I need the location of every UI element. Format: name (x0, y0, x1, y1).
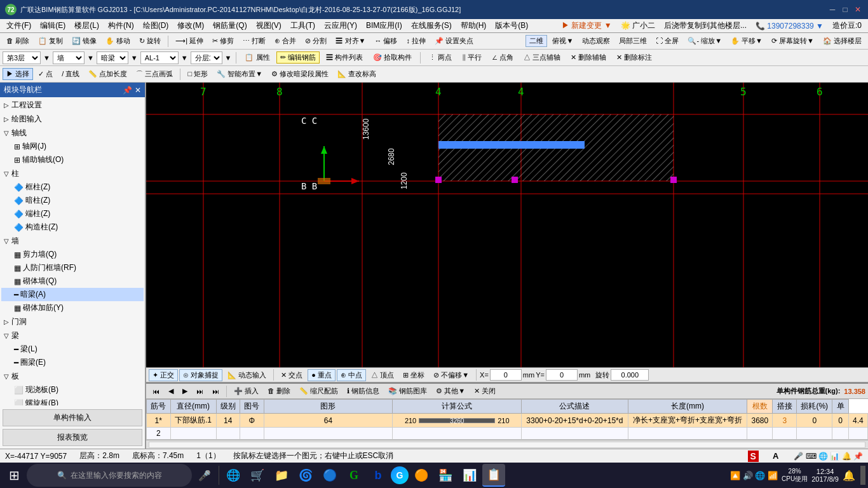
nav-item-end-column[interactable]: 🔷 端柱(Z) (1, 207, 144, 220)
btn-mirror[interactable]: 🔄 镜像 (68, 35, 100, 47)
taskbar-app-folder[interactable]: 📁 (270, 464, 293, 487)
taskbar-app-edge[interactable]: 🌐 (222, 464, 245, 487)
menu-edit[interactable]: 编辑(E) (36, 20, 69, 32)
btn-2d[interactable]: 二维 (526, 35, 547, 47)
menu-modify[interactable]: 修改(M) (173, 20, 208, 32)
menu-service[interactable]: 在线服务(S) (407, 20, 456, 32)
btn-property[interactable]: 📋 属性 (241, 51, 273, 64)
btn-report-preview[interactable]: 报表预览 (3, 429, 142, 446)
btn-intersection[interactable]: ✕ 交点 (277, 369, 306, 381)
menu-tools[interactable]: 工具(T) (287, 20, 319, 32)
nav-item-masonry-wall[interactable]: ▦ 砌体墙(Q) (1, 274, 144, 288)
btn-extend[interactable]: ⟶| 延伸 (172, 35, 207, 47)
btn-insert-row[interactable]: ➕ 插入 (230, 385, 262, 397)
btn-pan[interactable]: ✋ 平移▼ (727, 35, 766, 47)
taskbar-app-swirl[interactable]: 🌀 (294, 464, 317, 487)
btn-change-height[interactable]: 📐 查改标高 (334, 68, 380, 80)
btn-del-note[interactable]: ✕ 删除标注 (613, 51, 656, 64)
nav-close-icon[interactable]: ✕ (135, 86, 141, 95)
btn-fullscreen[interactable]: ⛶ 全屏 (652, 35, 682, 47)
btn-edit-rebar[interactable]: ✏ 编辑钢筋 (276, 51, 320, 64)
menu-guangxiao[interactable]: 🌟 广小二 (617, 20, 659, 32)
taskbar-app-blue-g[interactable]: G (391, 466, 409, 484)
nav-item-frame-column[interactable]: 🔷 框柱(Z) (1, 180, 144, 194)
btn-select-floor[interactable]: 🏠 选择楼层 (819, 35, 865, 47)
table-row[interactable]: 2 (147, 428, 868, 440)
taskbar-app-orange[interactable]: 🟠 (410, 464, 433, 487)
menu-cloud[interactable]: 云应用(Y) (320, 20, 361, 32)
btn-dynamic-input[interactable]: 📐 动态输入 (224, 369, 270, 381)
btn-rotate[interactable]: ↻ 旋转 (135, 35, 165, 47)
nav-item-ring-beam[interactable]: ━ 圈梁(E) (1, 356, 144, 369)
taskbar-mic[interactable]: 🎤 (193, 464, 216, 487)
nav-item-project-settings[interactable]: ▷ 工程设置 (1, 98, 144, 112)
btn-set-grip[interactable]: 📌 设置夹点 (431, 35, 477, 47)
btn-vertex[interactable]: △ 顶点 (367, 369, 398, 381)
menu-rebar-qty[interactable]: 钢筋量(Q) (209, 20, 250, 32)
taskbar-app-store[interactable]: 🛒 (246, 464, 269, 487)
btn-other[interactable]: ⚙ 其他▼ (432, 385, 469, 397)
layer-select[interactable]: 第3层 (3, 51, 41, 64)
nav-item-drawing-input[interactable]: ▷ 绘图输入 (1, 112, 144, 126)
y-input[interactable] (546, 369, 578, 381)
btn-line[interactable]: / 直线 (58, 68, 83, 80)
btn-midpoint[interactable]: ● 重点 (308, 369, 336, 381)
taskbar-app-g[interactable]: G (342, 464, 365, 487)
clock[interactable]: 12:34 2017/8/9 (811, 468, 839, 483)
nav-item-beam-l[interactable]: ━ 梁(L) (1, 342, 144, 356)
nav-item-wall[interactable]: ▽ 墙 (1, 234, 144, 248)
minimize-button[interactable]: ─ (827, 4, 837, 15)
menu-version[interactable]: 版本号(B) (491, 20, 532, 32)
btn-point-length[interactable]: 📏 点加长度 (85, 68, 131, 80)
menu-new-change[interactable]: ▶ 新建变更 ▼ (558, 20, 616, 32)
menu-draw[interactable]: 绘图(D) (139, 20, 173, 32)
btn-merge[interactable]: ⊕ 合并 (271, 35, 300, 47)
search-button[interactable]: 🔍 在这里输入你要搜索的内容 (27, 464, 192, 487)
nav-item-slab[interactable]: ▽ 板 (1, 370, 144, 383)
btn-offset[interactable]: ↔ 偏移 (370, 35, 401, 47)
element-type-select[interactable]: 墙 (53, 51, 85, 64)
btn-dynamic-view[interactable]: 动态观察 (578, 35, 614, 47)
btn-prev-row[interactable]: ◀ (165, 386, 177, 396)
notification-button[interactable]: 🔔 (843, 470, 855, 482)
show-desktop-button[interactable] (860, 466, 865, 485)
menu-file[interactable]: 文件(F) (3, 20, 35, 32)
bottom-scrollbar[interactable] (146, 440, 868, 449)
btn-coord[interactable]: ⊞ 坐标 (399, 369, 428, 381)
btn-pick-element[interactable]: 🎯 拾取构件 (369, 51, 416, 64)
btn-last-row2[interactable]: ⏭ (208, 386, 223, 396)
x-input[interactable] (490, 369, 522, 381)
taskbar-active-app[interactable]: 📋 (482, 464, 505, 487)
btn-del-axis[interactable]: ✕ 删除辅轴 (567, 51, 610, 64)
nav-item-beam[interactable]: ▽ 梁 (1, 329, 144, 342)
nav-item-spiral-slab[interactable]: ⬜ 螺旋板(B) (1, 396, 144, 405)
btn-align[interactable]: ☰ 对齐▼ (332, 35, 369, 47)
taskbar-app-b[interactable]: b (367, 464, 390, 487)
name-select[interactable]: AL-1 (140, 51, 179, 64)
menu-element[interactable]: 构件(N) (104, 20, 138, 32)
btn-delete[interactable]: 🗑 刷除 (3, 35, 33, 47)
btn-rebar-info[interactable]: ℹ 钢筋信息 (343, 385, 383, 397)
rotate-input[interactable] (611, 369, 649, 381)
btn-delete-row[interactable]: 🗑 删除 (264, 385, 294, 397)
start-button[interactable]: ⊞ (3, 464, 25, 487)
taskbar-app-chrome[interactable]: 🔵 (318, 464, 341, 487)
btn-screen-rotate[interactable]: ⟳ 屏幕旋转▼ (768, 35, 818, 47)
menu-floor[interactable]: 楼层(L) (71, 20, 103, 32)
title-controls[interactable]: ─ □ ✕ (827, 4, 863, 15)
btn-point[interactable]: ✓ 点 (34, 68, 57, 80)
btn-three-point-arc[interactable]: ⌒ 三点画弧 (132, 68, 177, 80)
menu-copy-floor[interactable]: 后浇带复制到其他楼层... (660, 20, 750, 32)
btn-break[interactable]: ⋯ 打断 (239, 35, 269, 47)
scroll-track[interactable] (149, 442, 865, 448)
btn-rebar-lib[interactable]: 📚 钢筋图库 (384, 385, 431, 397)
menu-phone[interactable]: 📞 13907298339 ▼ (752, 21, 827, 31)
btn-element-list[interactable]: ☰ 构件列表 (322, 51, 367, 64)
btn-center[interactable]: ⊕ 中点 (337, 369, 366, 381)
btn-last-row[interactable]: ⏭ (193, 386, 207, 396)
btn-next-row[interactable]: ▶ (179, 386, 191, 396)
drawing-area[interactable]: 7 8 4 4 5 6 13600 2680 1200 C C B B (146, 83, 868, 367)
menu-help[interactable]: 帮助(H) (457, 20, 491, 32)
btn-three-point-axis[interactable]: △ 三点辅轴 (520, 51, 564, 64)
btn-select[interactable]: ▶ 选择 (3, 68, 33, 80)
